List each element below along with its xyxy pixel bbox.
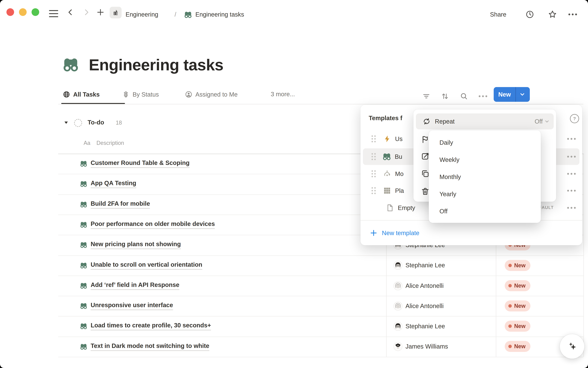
template-options-icon[interactable]: [567, 190, 576, 192]
traffic-light-icon: [122, 91, 130, 98]
column-header-description[interactable]: Description: [97, 140, 124, 146]
binoculars-icon: [80, 262, 87, 269]
ai-sparkle-button[interactable]: [560, 334, 584, 359]
task-title[interactable]: App QA Testing: [91, 180, 136, 188]
edit-icon[interactable]: [421, 152, 429, 160]
assignee-name[interactable]: Stephanie Lee: [405, 262, 445, 269]
status-badge[interactable]: New: [505, 341, 530, 352]
template-options-icon[interactable]: [567, 173, 576, 175]
filter-icon[interactable]: [422, 92, 430, 100]
person-circle-icon: [185, 91, 192, 98]
flag-icon[interactable]: [421, 135, 429, 143]
assignee-name[interactable]: Alice Antonelli: [405, 282, 444, 289]
drag-handle-icon[interactable]: [372, 187, 376, 194]
group-collapse-triangle-icon[interactable]: [64, 120, 69, 125]
traffic-zoom-button[interactable]: [32, 8, 39, 16]
share-button[interactable]: Share: [490, 11, 506, 18]
binoculars-icon: [80, 241, 87, 248]
task-title[interactable]: Unresponsive user interface: [91, 302, 173, 310]
task-title[interactable]: New pricing plans not showing: [91, 241, 181, 249]
search-icon[interactable]: [460, 92, 468, 100]
globe-icon: [63, 91, 70, 98]
task-title[interactable]: Text in Dark mode not switching to white: [91, 342, 209, 351]
column-type-icon: Aa: [84, 140, 90, 146]
back-icon[interactable]: [67, 9, 74, 16]
repeat-option-daily[interactable]: Daily: [429, 134, 541, 151]
favorite-star-icon[interactable]: [548, 10, 557, 19]
chevron-down-icon[interactable]: [520, 92, 525, 97]
status-dot-icon: [508, 345, 512, 348]
updates-clock-icon[interactable]: [526, 10, 534, 19]
task-title[interactable]: Build 2FA for mobile: [91, 200, 150, 209]
sidebar-menu-icon[interactable]: [49, 8, 58, 19]
task-title[interactable]: Load times to create profile, 30 seconds…: [91, 322, 211, 331]
assignee-name[interactable]: Alice Antonelli: [405, 303, 444, 309]
binoculars-icon: [80, 322, 87, 330]
workspace-icon[interactable]: [110, 7, 122, 18]
new-button-divider: [516, 87, 516, 102]
sort-icon[interactable]: [441, 92, 449, 100]
task-title[interactable]: Add ‘ref’ field in API Response: [91, 281, 179, 290]
new-button-label: New: [494, 91, 516, 98]
status-badge[interactable]: New: [505, 260, 530, 271]
assignee-name[interactable]: Stephanie Lee: [405, 323, 445, 330]
templates-popup-header: Templates f: [369, 115, 402, 121]
avatar[interactable]: [393, 261, 402, 270]
new-button[interactable]: New: [494, 87, 530, 102]
status-dot-icon: [508, 304, 512, 308]
template-options-icon[interactable]: [567, 207, 576, 209]
repeat-option-weekly[interactable]: Weekly: [429, 151, 541, 168]
repeat-menu-item[interactable]: Repeat Off: [416, 113, 554, 129]
avatar[interactable]: [393, 322, 402, 331]
template-options-icon[interactable]: [567, 156, 576, 157]
traffic-close-button[interactable]: [6, 8, 14, 16]
view-options-icon[interactable]: [479, 95, 487, 97]
breadcrumb-page[interactable]: Engineering tasks: [195, 11, 244, 18]
group-count: 18: [116, 120, 122, 126]
breadcrumb-workspace[interactable]: Engineering: [125, 11, 158, 18]
page-title-binoculars-icon[interactable]: [62, 56, 79, 73]
group-name[interactable]: To-do: [88, 119, 104, 126]
repeat-option-off[interactable]: Off: [429, 203, 541, 220]
lightning-icon: [383, 135, 391, 143]
task-title[interactable]: Unable to scroll on vertical orientation: [91, 261, 202, 270]
traffic-minimize-button[interactable]: [19, 8, 27, 16]
status-dot-icon: [508, 284, 512, 287]
repeat-option-monthly[interactable]: Monthly: [429, 168, 541, 185]
repeat-value: Off: [535, 118, 543, 125]
binoculars-icon: [80, 201, 87, 208]
duplicate-icon[interactable]: [421, 169, 429, 178]
tab-all-tasks[interactable]: All Tasks: [63, 91, 100, 98]
task-title[interactable]: Poor performance on older mobile devices: [91, 221, 215, 229]
trash-icon[interactable]: [421, 187, 429, 196]
repeat-option-yearly[interactable]: Yearly: [429, 185, 541, 203]
tab-by-status[interactable]: By Status: [122, 91, 159, 98]
assignee-name[interactable]: James Williams: [405, 343, 448, 350]
status-badge[interactable]: New: [505, 300, 530, 312]
chevron-down-icon: [544, 119, 549, 124]
more-options-icon[interactable]: [568, 13, 577, 15]
avatar[interactable]: [393, 342, 402, 351]
forward-icon[interactable]: [83, 9, 90, 16]
binoculars-icon: [80, 221, 87, 228]
status-dot-icon: [508, 324, 512, 328]
avatar[interactable]: [393, 302, 402, 311]
new-page-plus-icon[interactable]: [97, 9, 104, 16]
tab-more[interactable]: 3 more...: [271, 91, 295, 98]
binoculars-icon: [80, 343, 87, 350]
template-options-icon[interactable]: [567, 138, 576, 140]
drag-handle-icon[interactable]: [372, 153, 376, 160]
avatar[interactable]: [393, 281, 402, 290]
column-divider: [583, 154, 584, 357]
new-template-button[interactable]: New template: [360, 225, 582, 241]
help-icon[interactable]: ?: [570, 114, 579, 123]
task-title[interactable]: Customer Round Table & Scoping: [91, 159, 190, 168]
status-badge[interactable]: New: [505, 321, 530, 332]
status-dot-icon: [508, 264, 512, 267]
drag-handle-icon[interactable]: [372, 135, 376, 142]
breadcrumb-separator: /: [175, 11, 176, 18]
status-badge[interactable]: New: [505, 280, 530, 291]
drag-handle-icon[interactable]: [372, 170, 376, 177]
notion-window: Engineering / Engineering tasks Share En…: [0, 0, 588, 368]
tab-assigned-to-me[interactable]: Assigned to Me: [185, 91, 238, 98]
